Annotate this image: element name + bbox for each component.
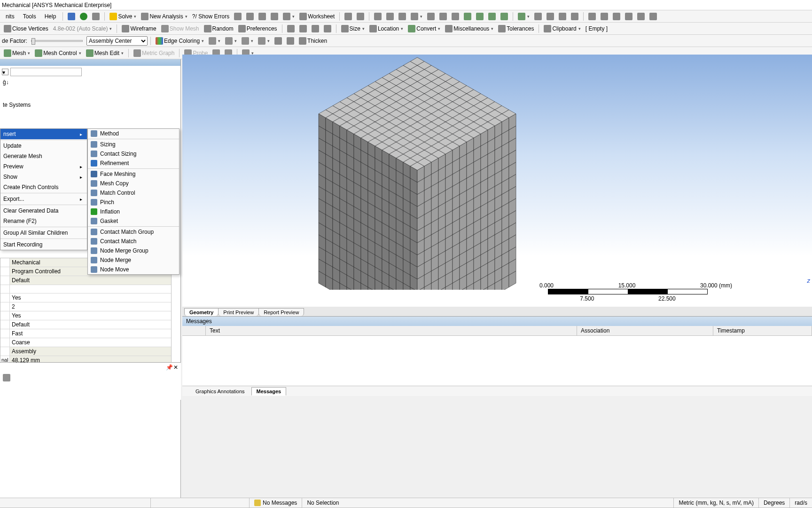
worksheet-button[interactable]: Worksheet [297, 12, 336, 21]
ctx-update[interactable]: Update [0, 141, 87, 151]
sub-node-move[interactable]: Node Move [88, 265, 179, 274]
sub-face-meshing[interactable]: Face Meshing [88, 169, 179, 179]
tab-messages[interactable]: Messages [251, 387, 287, 396]
menu-units[interactable]: nits [2, 12, 18, 21]
tb-icon-5[interactable] [281, 12, 297, 21]
sel-single[interactable] [462, 12, 473, 21]
pin-icon[interactable]: 📌 [166, 364, 172, 370]
tree-item-systems[interactable]: te Systems [3, 101, 178, 109]
tb2-i2[interactable] [297, 24, 309, 33]
sub-method[interactable]: Method [88, 129, 179, 138]
sub-node-merge-group[interactable]: Node Merge Group [88, 246, 179, 255]
ctx-insert[interactable]: nsert [0, 129, 87, 139]
outline-tree[interactable]: te Systems [0, 87, 180, 111]
sub-refinement[interactable]: Refinement [88, 159, 179, 168]
autoscale-dropdown[interactable]: 4.8e-002 (Auto Scale) [51, 24, 114, 33]
menu-help[interactable]: Help [41, 12, 60, 21]
ctx-show[interactable]: Show [0, 172, 87, 182]
solve-button[interactable]: Solve [108, 12, 138, 21]
tb2-i3[interactable] [310, 24, 321, 33]
sel-node[interactable] [425, 12, 437, 21]
btn-save[interactable] [66, 12, 77, 21]
sub-pinch[interactable]: Pinch [88, 198, 179, 207]
filter-dropdown[interactable]: ▾ [2, 69, 8, 75]
ec-2[interactable] [223, 36, 239, 46]
sel-elem[interactable] [437, 12, 449, 21]
tool1-icon[interactable] [3, 374, 10, 381]
mesh-dropdown[interactable]: Mesh [2, 48, 32, 58]
tb-icon-4[interactable] [269, 12, 280, 21]
sel-ext[interactable] [499, 12, 510, 21]
clipboard-dropdown[interactable]: Clipboard [542, 24, 582, 33]
sub-contact-sizing[interactable]: Contact Sizing [88, 149, 179, 159]
mesh-edit-dropdown[interactable]: Mesh Edit [84, 48, 125, 58]
sub-inflation[interactable]: Inflation [88, 207, 179, 216]
ctx-export[interactable]: Export... [0, 194, 87, 204]
btn-fit[interactable] [90, 12, 102, 21]
ctx-clear[interactable]: Clear Generated Data [0, 206, 87, 216]
view-zoombox[interactable] [569, 12, 580, 21]
convert-dropdown[interactable]: Convert [406, 24, 442, 33]
sel-edge[interactable] [384, 12, 396, 21]
ctx-create-pinch[interactable]: Create Pinch Controls [0, 182, 87, 192]
ctx-start-recording[interactable]: Start Recording [0, 239, 87, 250]
outline-search-input[interactable] [10, 68, 82, 76]
ec-arrow[interactable] [273, 36, 284, 46]
view-zoom[interactable] [557, 12, 568, 21]
tab-report-preview[interactable]: Report Preview [258, 308, 304, 316]
random-button[interactable]: Random [202, 24, 235, 33]
show-errors-button[interactable]: ?/ Show Errors [190, 12, 231, 21]
tab-geometry[interactable]: Geometry [184, 308, 219, 316]
sub-sizing[interactable]: Sizing [88, 140, 179, 149]
graphics-viewport[interactable]: z 0.000 15.000 30.000 (mm) 7.500 22.500 [182, 55, 812, 307]
tab-graphics-annotations[interactable]: Graphics Annotations [191, 388, 250, 395]
view-iso2[interactable] [648, 12, 659, 21]
view-mag1[interactable] [586, 12, 598, 21]
sort-button[interactable]: ĝ↓ [0, 78, 180, 87]
preferences-button[interactable]: Preferences [236, 24, 279, 33]
slider-thumb[interactable] [31, 38, 35, 45]
misc-dropdown[interactable]: Miscellaneous [443, 24, 495, 33]
sel-vertex[interactable] [372, 12, 383, 21]
col-timestamp[interactable]: Timestamp [713, 326, 812, 335]
size-dropdown[interactable]: Size [339, 24, 367, 33]
wireframe-button[interactable]: Wireframe [120, 24, 158, 33]
new-analysis-button[interactable]: New Analysis [139, 12, 189, 21]
node-factor-slider[interactable] [31, 40, 83, 42]
menu-tools[interactable]: Tools [19, 12, 40, 21]
sel-multi[interactable] [474, 12, 485, 21]
tb2-i4[interactable] [322, 24, 333, 33]
assembly-center-select[interactable]: Assembly Center [86, 36, 148, 46]
sub-gasket[interactable]: Gasket [88, 216, 179, 226]
ctx-preview[interactable]: Preview [0, 161, 87, 172]
col-text[interactable]: Text [206, 326, 577, 335]
sel-face[interactable] [397, 12, 408, 21]
sub-node-merge[interactable]: Node Merge [88, 255, 179, 265]
sel-tag[interactable] [355, 12, 366, 21]
view-rotate[interactable] [532, 12, 544, 21]
view-mag2[interactable] [599, 12, 610, 21]
mesh-control-dropdown[interactable]: Mesh Control [33, 48, 83, 58]
view-pan[interactable] [545, 12, 556, 21]
tb-icon-3[interactable] [257, 12, 268, 21]
edge-coloring-dropdown[interactable]: Edge Coloring [154, 36, 206, 46]
sel-body[interactable] [409, 12, 424, 21]
ec-1[interactable] [207, 36, 222, 46]
tb-icon-1[interactable] [232, 12, 243, 21]
ctx-group-all[interactable]: Group All Similar Children [0, 228, 87, 238]
view-iso[interactable] [516, 12, 531, 21]
location-dropdown[interactable]: Location [367, 24, 405, 33]
thicken-button[interactable]: Thicken [297, 36, 329, 46]
ec-3[interactable] [240, 36, 255, 46]
col-association[interactable]: Association [577, 326, 713, 335]
view-prev[interactable] [623, 12, 634, 21]
tab-print-preview[interactable]: Print Preview [218, 308, 259, 316]
sel-adj[interactable] [486, 12, 498, 21]
close-vertices-button[interactable]: Close Vertices [2, 24, 50, 33]
tolerances-button[interactable]: Tolerances [496, 24, 536, 33]
tb-icon-2[interactable] [244, 12, 256, 21]
sub-contact-match-group[interactable]: Contact Match Group [88, 227, 179, 237]
show-mesh-button[interactable]: Show Mesh [159, 24, 201, 33]
sel-cursor[interactable] [343, 12, 354, 21]
close-icon[interactable]: ✕ [173, 364, 179, 370]
